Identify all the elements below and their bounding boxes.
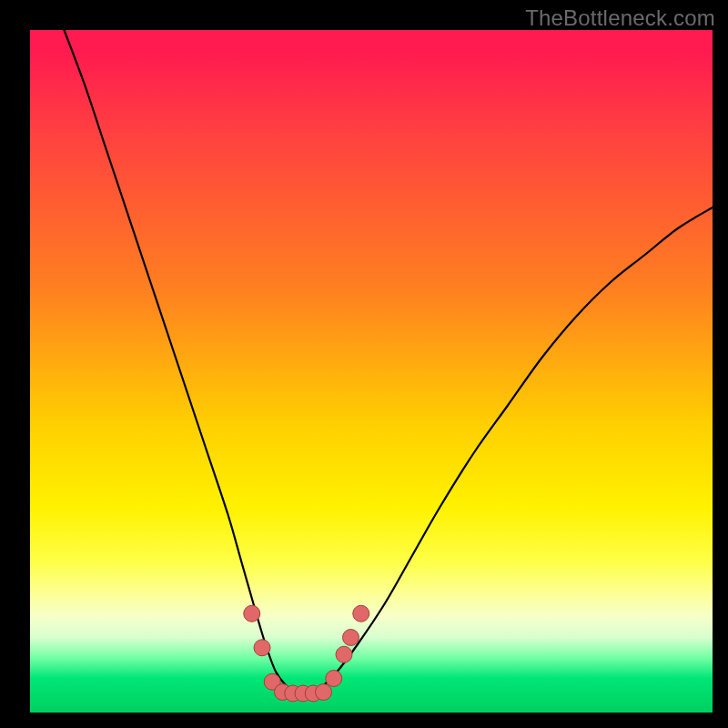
curve-marker [254,640,270,656]
curve-markers [244,605,369,702]
curve-marker [343,630,359,646]
plot-area [30,30,713,713]
curve-marker [326,671,342,687]
curve-marker [336,646,352,662]
chart-frame: TheBottleneck.com [0,0,728,728]
curve-marker [353,605,369,622]
curve-marker [244,605,260,622]
chart-svg [30,30,713,713]
curve-marker [316,684,332,701]
curve-line [65,30,713,693]
watermark-text: TheBottleneck.com [525,5,715,31]
